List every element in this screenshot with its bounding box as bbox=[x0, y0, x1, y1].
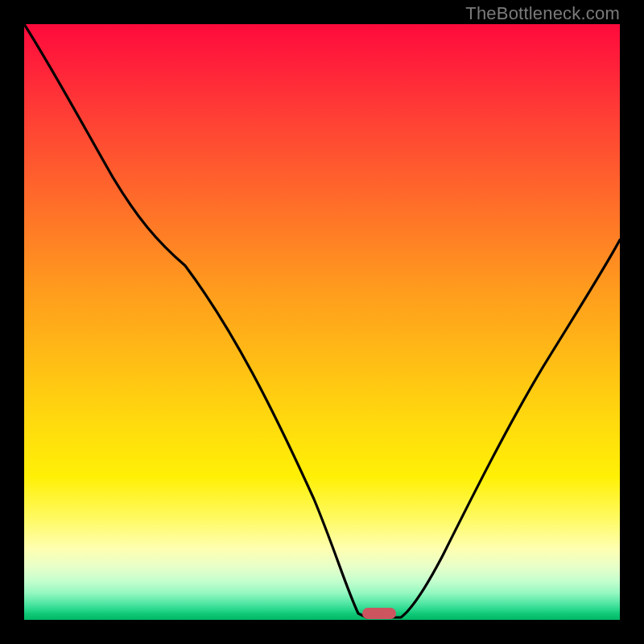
watermark-text: TheBottleneck.com bbox=[465, 3, 620, 24]
chart-frame: TheBottleneck.com bbox=[0, 0, 644, 644]
curve-overlay bbox=[24, 24, 620, 620]
bottleneck-curve bbox=[24, 24, 620, 617]
plot-area bbox=[24, 24, 620, 620]
optimal-marker-pill bbox=[362, 608, 396, 619]
